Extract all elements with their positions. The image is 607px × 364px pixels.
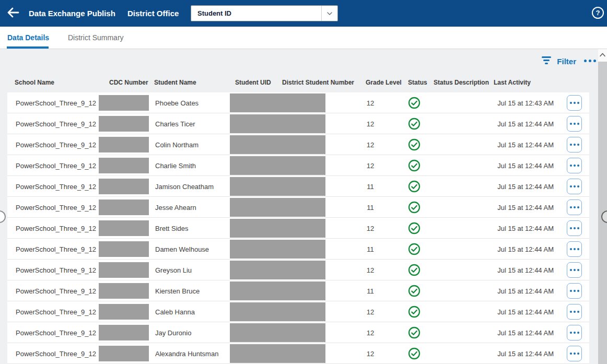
record-selector-dropdown[interactable]: Student ID bbox=[191, 5, 338, 21]
last-activity-cell: Jul 15 at 12:44 AM bbox=[454, 239, 554, 260]
table-row: PowerSchool_Three_9_12 Jesse Ahearn 11 J… bbox=[7, 197, 589, 218]
cdc-number-redaction-box bbox=[99, 199, 149, 215]
student-uid-redaction-box bbox=[230, 156, 325, 175]
student-name-cell: Colin Northam bbox=[155, 134, 199, 155]
table-row: PowerSchool_Three_9_12 Greyson Liu 12 Ju… bbox=[7, 260, 589, 280]
student-uid-redaction-box bbox=[230, 240, 325, 259]
ellipsis-icon bbox=[584, 60, 596, 62]
table-row: PowerSchool_Three_9_12 Caleb Hanna 12 Ju… bbox=[7, 301, 589, 322]
student-name-cell: Brett Sides bbox=[155, 218, 189, 239]
ellipsis-icon bbox=[570, 269, 572, 271]
tab-data-details[interactable]: Data Details bbox=[7, 27, 49, 49]
table-row: PowerSchool_Three_9_12 Charles Ticer 12 … bbox=[7, 113, 589, 134]
student-uid-redaction-box bbox=[230, 261, 325, 279]
cdc-number-redaction-box bbox=[99, 95, 149, 111]
student-uid-redaction-box bbox=[230, 344, 325, 363]
page-title: Data Exchange Publish bbox=[29, 0, 115, 27]
ellipsis-icon bbox=[570, 102, 572, 104]
grade-level-cell: 11 bbox=[358, 239, 382, 260]
filter-button[interactable]: Filter bbox=[541, 53, 576, 69]
grade-level-cell: 12 bbox=[358, 134, 382, 155]
student-name-cell: Phoebe Oates bbox=[155, 92, 199, 113]
ellipsis-icon bbox=[570, 353, 572, 355]
ellipsis-icon bbox=[570, 248, 572, 250]
ellipsis-icon bbox=[570, 332, 572, 334]
row-actions-button[interactable] bbox=[567, 262, 582, 278]
row-actions-button[interactable] bbox=[567, 241, 582, 257]
help-button[interactable]: ? bbox=[592, 7, 604, 19]
row-actions-button[interactable] bbox=[567, 220, 582, 236]
ellipsis-icon bbox=[570, 185, 572, 187]
student-name-cell: Jamison Cheatham bbox=[155, 176, 214, 197]
school-name-cell: PowerSchool_Three_9_12 bbox=[16, 280, 96, 301]
col-header-student-uid: Student UID bbox=[235, 79, 271, 86]
grade-level-cell: 12 bbox=[358, 218, 382, 239]
school-name-cell: PowerSchool_Three_9_12 bbox=[16, 218, 96, 239]
tab-bar: Data Details District Summary bbox=[0, 27, 607, 49]
top-bar: Data Exchange Publish District Office St… bbox=[0, 0, 607, 27]
student-uid-redaction-box bbox=[230, 114, 325, 133]
ellipsis-icon bbox=[570, 227, 572, 229]
grade-level-cell: 11 bbox=[358, 176, 382, 197]
student-uid-redaction-box bbox=[230, 323, 325, 342]
cdc-number-redaction-box bbox=[99, 262, 149, 278]
school-name-cell: PowerSchool_Three_9_12 bbox=[16, 322, 96, 343]
grade-level-cell: 12 bbox=[358, 301, 382, 322]
table-row: PowerSchool_Three_9_12 Colin Northam 12 … bbox=[7, 134, 589, 155]
row-actions-button[interactable] bbox=[567, 179, 582, 194]
table-row: PowerSchool_Three_9_12 Charlie Smith 12 … bbox=[7, 155, 589, 176]
status-success-check-circle-icon bbox=[408, 285, 421, 297]
school-name-cell: PowerSchool_Three_9_12 bbox=[16, 134, 96, 155]
grade-level-cell: 12 bbox=[358, 322, 382, 343]
status-success-check-circle-icon bbox=[408, 347, 421, 360]
grade-level-cell: 12 bbox=[358, 343, 382, 364]
school-name-cell: PowerSchool_Three_9_12 bbox=[16, 155, 96, 176]
cdc-number-redaction-box bbox=[99, 241, 149, 257]
status-success-check-circle-icon bbox=[408, 118, 421, 130]
status-success-check-circle-icon bbox=[408, 97, 421, 109]
table-header-row: School Name CDC Number Student Name Stud… bbox=[0, 73, 598, 92]
more-options-button[interactable] bbox=[584, 54, 596, 67]
student-name-cell: Charles Ticer bbox=[155, 113, 195, 134]
school-name-cell: PowerSchool_Three_9_12 bbox=[16, 239, 96, 260]
last-activity-cell: Jul 15 at 12:44 AM bbox=[454, 176, 554, 197]
student-uid-redaction-box bbox=[230, 281, 325, 300]
student-uid-redaction-box bbox=[230, 198, 325, 217]
student-name-cell: Alexandra Huntsman bbox=[155, 343, 218, 364]
vertical-scrollbar bbox=[598, 49, 607, 364]
record-selector-value: Student ID bbox=[191, 9, 321, 17]
student-name-cell: Jesse Ahearn bbox=[155, 197, 196, 218]
active-tab-underline bbox=[7, 46, 49, 49]
row-actions-button[interactable] bbox=[567, 116, 582, 132]
left-edge-nav-handle[interactable] bbox=[0, 210, 6, 223]
status-success-check-circle-icon bbox=[408, 159, 421, 172]
school-name-cell: PowerSchool_Three_9_12 bbox=[16, 92, 96, 113]
row-actions-button[interactable] bbox=[567, 283, 582, 299]
cdc-number-redaction-box bbox=[99, 283, 149, 299]
cdc-number-redaction-box bbox=[99, 137, 149, 152]
table-row: PowerSchool_Three_9_12 Alexandra Huntsma… bbox=[7, 343, 589, 364]
status-success-check-circle-icon bbox=[408, 138, 421, 151]
row-actions-button[interactable] bbox=[567, 199, 582, 215]
grade-level-cell: 12 bbox=[358, 155, 382, 176]
status-success-check-circle-icon bbox=[408, 326, 421, 339]
row-actions-button[interactable] bbox=[567, 346, 582, 361]
last-activity-cell: Jul 15 at 12:44 AM bbox=[454, 134, 554, 155]
row-actions-button[interactable] bbox=[567, 95, 582, 111]
row-actions-button[interactable] bbox=[567, 158, 582, 173]
row-actions-button[interactable] bbox=[567, 325, 582, 340]
row-actions-button[interactable] bbox=[567, 137, 582, 152]
table-row: PowerSchool_Three_9_12 Jamison Cheatham … bbox=[7, 176, 589, 197]
tab-district-summary[interactable]: District Summary bbox=[68, 27, 124, 49]
last-activity-cell: Jul 15 at 12:44 AM bbox=[454, 343, 554, 364]
student-name-cell: Damen Welhouse bbox=[155, 239, 209, 260]
scrollbar-up-arrow[interactable] bbox=[598, 50, 607, 60]
back-button[interactable] bbox=[5, 7, 21, 20]
col-header-grade-level: Grade Level bbox=[366, 79, 402, 86]
student-uid-redaction-box bbox=[230, 219, 325, 238]
row-actions-button[interactable] bbox=[567, 304, 582, 320]
status-success-check-circle-icon bbox=[408, 243, 421, 255]
col-header-last-activity: Last Activity bbox=[494, 79, 531, 86]
cdc-number-redaction-box bbox=[99, 179, 149, 194]
col-header-status-description: Status Description bbox=[434, 79, 489, 86]
